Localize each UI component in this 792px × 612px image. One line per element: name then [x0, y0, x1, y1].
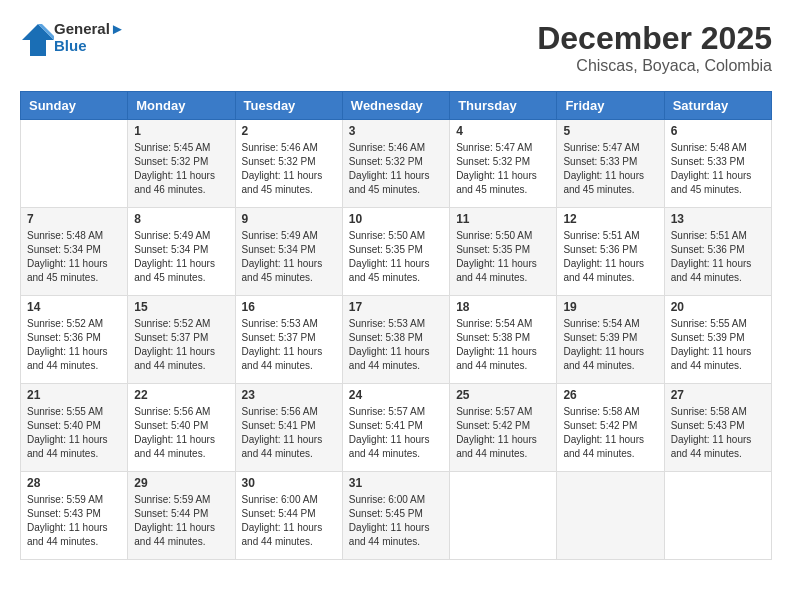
day-info: Sunrise: 5:56 AMSunset: 5:40 PMDaylight:…: [134, 405, 228, 461]
page-header: General► Blue December 2025 Chiscas, Boy…: [20, 20, 772, 75]
calendar-cell: 7Sunrise: 5:48 AMSunset: 5:34 PMDaylight…: [21, 208, 128, 296]
day-number: 9: [242, 212, 336, 226]
day-info: Sunrise: 5:56 AMSunset: 5:41 PMDaylight:…: [242, 405, 336, 461]
calendar-cell: 23Sunrise: 5:56 AMSunset: 5:41 PMDayligh…: [235, 384, 342, 472]
calendar-cell: 13Sunrise: 5:51 AMSunset: 5:36 PMDayligh…: [664, 208, 771, 296]
day-number: 6: [671, 124, 765, 138]
calendar-cell: 20Sunrise: 5:55 AMSunset: 5:39 PMDayligh…: [664, 296, 771, 384]
day-number: 14: [27, 300, 121, 314]
calendar-cell: 5Sunrise: 5:47 AMSunset: 5:33 PMDaylight…: [557, 120, 664, 208]
day-info: Sunrise: 5:53 AMSunset: 5:38 PMDaylight:…: [349, 317, 443, 373]
day-info: Sunrise: 5:50 AMSunset: 5:35 PMDaylight:…: [349, 229, 443, 285]
calendar-cell: 21Sunrise: 5:55 AMSunset: 5:40 PMDayligh…: [21, 384, 128, 472]
location-subtitle: Chiscas, Boyaca, Colombia: [537, 57, 772, 75]
day-info: Sunrise: 5:57 AMSunset: 5:41 PMDaylight:…: [349, 405, 443, 461]
day-number: 20: [671, 300, 765, 314]
calendar-cell: 18Sunrise: 5:54 AMSunset: 5:38 PMDayligh…: [450, 296, 557, 384]
day-info: Sunrise: 5:57 AMSunset: 5:42 PMDaylight:…: [456, 405, 550, 461]
day-number: 10: [349, 212, 443, 226]
day-info: Sunrise: 5:55 AMSunset: 5:39 PMDaylight:…: [671, 317, 765, 373]
day-number: 5: [563, 124, 657, 138]
day-number: 2: [242, 124, 336, 138]
day-number: 16: [242, 300, 336, 314]
day-number: 26: [563, 388, 657, 402]
svg-marker-0: [22, 24, 54, 56]
day-number: 8: [134, 212, 228, 226]
calendar-cell: 15Sunrise: 5:52 AMSunset: 5:37 PMDayligh…: [128, 296, 235, 384]
day-info: Sunrise: 5:51 AMSunset: 5:36 PMDaylight:…: [671, 229, 765, 285]
day-number: 22: [134, 388, 228, 402]
calendar-cell: 22Sunrise: 5:56 AMSunset: 5:40 PMDayligh…: [128, 384, 235, 472]
logo-text: General► Blue: [54, 20, 125, 54]
day-number: 17: [349, 300, 443, 314]
calendar-week-3: 14Sunrise: 5:52 AMSunset: 5:36 PMDayligh…: [21, 296, 772, 384]
day-info: Sunrise: 5:45 AMSunset: 5:32 PMDaylight:…: [134, 141, 228, 197]
calendar-cell: 2Sunrise: 5:46 AMSunset: 5:32 PMDaylight…: [235, 120, 342, 208]
day-number: 13: [671, 212, 765, 226]
day-info: Sunrise: 5:53 AMSunset: 5:37 PMDaylight:…: [242, 317, 336, 373]
day-info: Sunrise: 6:00 AMSunset: 5:45 PMDaylight:…: [349, 493, 443, 549]
calendar-cell: 14Sunrise: 5:52 AMSunset: 5:36 PMDayligh…: [21, 296, 128, 384]
day-info: Sunrise: 5:50 AMSunset: 5:35 PMDaylight:…: [456, 229, 550, 285]
day-number: 12: [563, 212, 657, 226]
day-info: Sunrise: 5:46 AMSunset: 5:32 PMDaylight:…: [242, 141, 336, 197]
calendar-cell: 9Sunrise: 5:49 AMSunset: 5:34 PMDaylight…: [235, 208, 342, 296]
day-info: Sunrise: 5:58 AMSunset: 5:43 PMDaylight:…: [671, 405, 765, 461]
calendar-cell: 28Sunrise: 5:59 AMSunset: 5:43 PMDayligh…: [21, 472, 128, 560]
day-number: 29: [134, 476, 228, 490]
weekday-header-tuesday: Tuesday: [235, 92, 342, 120]
calendar-week-5: 28Sunrise: 5:59 AMSunset: 5:43 PMDayligh…: [21, 472, 772, 560]
day-info: Sunrise: 5:52 AMSunset: 5:36 PMDaylight:…: [27, 317, 121, 373]
calendar-cell: [664, 472, 771, 560]
day-number: 23: [242, 388, 336, 402]
weekday-header-saturday: Saturday: [664, 92, 771, 120]
day-info: Sunrise: 5:49 AMSunset: 5:34 PMDaylight:…: [242, 229, 336, 285]
day-number: 3: [349, 124, 443, 138]
calendar-cell: 12Sunrise: 5:51 AMSunset: 5:36 PMDayligh…: [557, 208, 664, 296]
calendar-cell: [21, 120, 128, 208]
day-number: 11: [456, 212, 550, 226]
calendar-cell: 8Sunrise: 5:49 AMSunset: 5:34 PMDaylight…: [128, 208, 235, 296]
logo-icon: [20, 22, 50, 52]
day-info: Sunrise: 5:59 AMSunset: 5:44 PMDaylight:…: [134, 493, 228, 549]
day-number: 21: [27, 388, 121, 402]
calendar-cell: 26Sunrise: 5:58 AMSunset: 5:42 PMDayligh…: [557, 384, 664, 472]
day-number: 31: [349, 476, 443, 490]
day-info: Sunrise: 5:48 AMSunset: 5:34 PMDaylight:…: [27, 229, 121, 285]
day-number: 7: [27, 212, 121, 226]
calendar-cell: 24Sunrise: 5:57 AMSunset: 5:41 PMDayligh…: [342, 384, 449, 472]
weekday-header-sunday: Sunday: [21, 92, 128, 120]
day-info: Sunrise: 5:52 AMSunset: 5:37 PMDaylight:…: [134, 317, 228, 373]
day-number: 15: [134, 300, 228, 314]
day-info: Sunrise: 5:55 AMSunset: 5:40 PMDaylight:…: [27, 405, 121, 461]
day-info: Sunrise: 5:46 AMSunset: 5:32 PMDaylight:…: [349, 141, 443, 197]
weekday-header-friday: Friday: [557, 92, 664, 120]
calendar-cell: 10Sunrise: 5:50 AMSunset: 5:35 PMDayligh…: [342, 208, 449, 296]
logo: General► Blue: [20, 20, 125, 54]
calendar-cell: [557, 472, 664, 560]
calendar-week-2: 7Sunrise: 5:48 AMSunset: 5:34 PMDaylight…: [21, 208, 772, 296]
calendar-cell: 31Sunrise: 6:00 AMSunset: 5:45 PMDayligh…: [342, 472, 449, 560]
calendar-cell: 6Sunrise: 5:48 AMSunset: 5:33 PMDaylight…: [664, 120, 771, 208]
day-number: 24: [349, 388, 443, 402]
day-info: Sunrise: 5:49 AMSunset: 5:34 PMDaylight:…: [134, 229, 228, 285]
month-title: December 2025: [537, 20, 772, 57]
day-number: 19: [563, 300, 657, 314]
weekday-header-row: SundayMondayTuesdayWednesdayThursdayFrid…: [21, 92, 772, 120]
day-number: 4: [456, 124, 550, 138]
day-info: Sunrise: 5:47 AMSunset: 5:32 PMDaylight:…: [456, 141, 550, 197]
day-number: 30: [242, 476, 336, 490]
title-area: December 2025 Chiscas, Boyaca, Colombia: [537, 20, 772, 75]
calendar-cell: 16Sunrise: 5:53 AMSunset: 5:37 PMDayligh…: [235, 296, 342, 384]
weekday-header-wednesday: Wednesday: [342, 92, 449, 120]
calendar-cell: 29Sunrise: 5:59 AMSunset: 5:44 PMDayligh…: [128, 472, 235, 560]
calendar-cell: 27Sunrise: 5:58 AMSunset: 5:43 PMDayligh…: [664, 384, 771, 472]
calendar-cell: 17Sunrise: 5:53 AMSunset: 5:38 PMDayligh…: [342, 296, 449, 384]
calendar-cell: 25Sunrise: 5:57 AMSunset: 5:42 PMDayligh…: [450, 384, 557, 472]
day-number: 28: [27, 476, 121, 490]
weekday-header-thursday: Thursday: [450, 92, 557, 120]
calendar-cell: [450, 472, 557, 560]
day-number: 25: [456, 388, 550, 402]
day-number: 27: [671, 388, 765, 402]
calendar-week-4: 21Sunrise: 5:55 AMSunset: 5:40 PMDayligh…: [21, 384, 772, 472]
